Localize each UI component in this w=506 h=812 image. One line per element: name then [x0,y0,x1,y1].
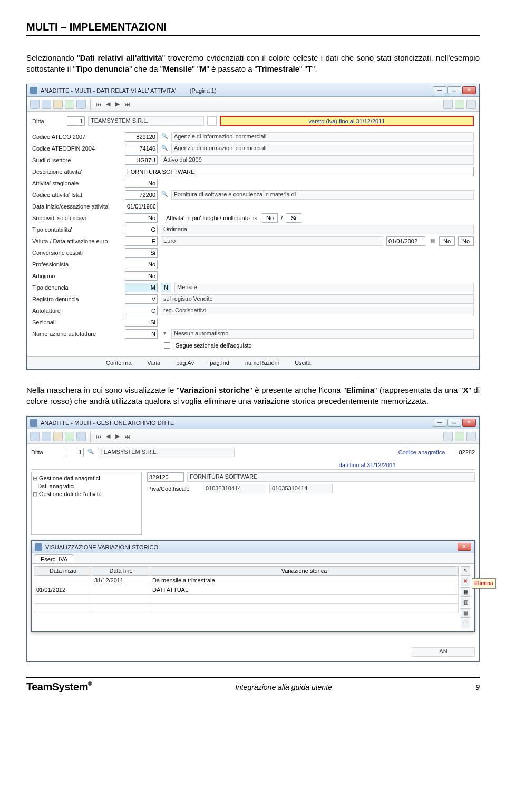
value-input[interactable] [125,260,158,269]
header-rule [26,35,480,36]
field-label: Registro denuncia [32,296,122,302]
delete-icon[interactable]: ✕ Elimina [461,577,470,586]
toolbar-icon[interactable] [30,432,40,441]
prev-icon[interactable]: ◀ [104,433,112,440]
last-icon[interactable]: ⏭ [123,433,131,440]
flag-input[interactable] [439,236,455,246]
dialog-title: VISUALIZZAZIONE VARIAZIONI STORICO [45,544,158,550]
value-input[interactable] [125,202,158,211]
value-input[interactable] [125,248,158,258]
next-icon[interactable]: ▶ [114,433,121,440]
value-input[interactable] [125,213,158,223]
minimize-button[interactable]: — [433,86,446,94]
side-icon[interactable]: ▤ [461,608,470,618]
value-input[interactable] [125,306,158,315]
toolbar-icon[interactable] [42,432,51,441]
table-row[interactable]: 31/12/2011Da mensile a trimestrale [34,576,459,585]
table-row[interactable] [34,604,459,613]
toolbar-icon[interactable] [466,100,476,109]
prov-value: AN [412,647,475,657]
field-label: Sezionali [32,319,122,325]
toolbar-icon[interactable] [65,432,74,441]
toolbar-icon[interactable] [42,100,51,109]
ditta-input[interactable] [67,116,85,126]
value-input[interactable] [125,271,158,281]
lookup-icon[interactable]: 🔍 [161,191,168,199]
lookup-icon[interactable]: 🔍 [87,449,94,456]
action-varia[interactable]: Varia [147,360,160,366]
action-uscita[interactable]: Uscita [295,360,311,366]
next-icon[interactable]: ▶ [114,101,121,108]
calendar-icon[interactable]: ▦ [429,237,436,245]
value-input[interactable] [125,294,158,304]
toolbar-icon[interactable] [30,100,40,109]
action-conferma[interactable]: Conferma [106,360,131,366]
app-icon [30,87,37,94]
prev-icon[interactable]: ◀ [104,101,112,108]
action-numerazioni[interactable]: numeRazioni [245,360,279,366]
flag-input[interactable] [458,236,474,246]
tree-item[interactable]: Dati anagrafici [33,482,140,490]
field-label: Tipo denuncia [32,284,122,291]
value-input[interactable] [125,155,158,165]
tree-item[interactable]: Gestione dati anagrafici [33,474,140,482]
close-button[interactable]: ✕ [462,86,476,94]
lookup-icon[interactable]: 🔍 [161,145,168,152]
minimize-button[interactable]: — [433,419,446,427]
flag-input[interactable] [286,213,301,223]
first-icon[interactable]: ⏮ [95,433,102,440]
maximize-button[interactable]: ▭ [447,86,461,94]
ditta-input[interactable] [66,448,84,457]
nav-tree[interactable]: Gestione dati anagraficiDati anagraficiG… [31,472,142,535]
description: Fornitura di software e consulenza in ma… [171,190,474,200]
side-icon[interactable]: ▥ [461,598,470,607]
text-input[interactable] [125,167,474,176]
toolbar-icon[interactable] [455,432,464,441]
help-icon[interactable] [76,100,86,109]
action-pag.av[interactable]: pag.Av [176,360,194,366]
toolbar-icon[interactable] [53,432,63,441]
value-input[interactable] [125,225,158,234]
table-row[interactable]: 01/01/2012DATI ATTUALI [34,585,459,595]
field-label: Codice attivita' Istat [32,192,122,198]
flag-input[interactable] [262,213,278,223]
close-button[interactable]: ✕ [458,543,471,551]
help-icon[interactable] [76,432,86,441]
last-icon[interactable]: ⏭ [123,101,131,108]
toolbar-icon[interactable] [466,432,476,441]
tree-item[interactable]: Gestione dati dell'attività [33,490,140,498]
table-row[interactable] [34,595,459,604]
side-icon[interactable]: ▦ [461,587,470,597]
codice-anagrafica-label: Codice anagrafica [398,449,445,455]
toolbar-icon[interactable] [65,100,74,109]
date-input[interactable] [386,236,425,246]
dropdown-icon[interactable]: ▾ [161,330,168,338]
value-input[interactable] [125,236,158,246]
first-icon[interactable]: ⏮ [95,101,102,108]
value-input[interactable] [125,144,158,153]
cursor-icon[interactable]: ↖ [461,566,470,576]
value-input[interactable] [125,190,158,200]
window-title: ANADITTE - MULTI - GESTIONE ARCHIVIO DIT… [41,420,174,426]
value2-input[interactable] [161,283,171,292]
toolbar-icon[interactable] [455,100,464,109]
toolbar-icon[interactable] [53,100,63,109]
value-input[interactable] [125,318,158,327]
toolbar-icon[interactable] [443,432,453,441]
value-input[interactable] [125,179,158,188]
page-indicator: (Pagina 1) [190,87,217,94]
side-icon[interactable]: ⋯ [461,619,470,628]
toolbar-icon[interactable] [443,100,453,109]
action-pag.ind[interactable]: pag.Ind [210,360,229,366]
value-input[interactable] [125,132,158,142]
maximize-button[interactable]: ▭ [447,419,461,427]
field-label: Studi di settore [32,157,122,163]
field-label: Tipo contabilita' [32,226,122,233]
value-input[interactable] [125,329,158,339]
checkbox[interactable] [164,342,170,349]
tab-eserc-iva[interactable]: Eserc. IVA [35,554,73,563]
codice-input[interactable] [147,472,184,482]
lookup-icon[interactable]: 🔍 [161,133,168,141]
value-input[interactable] [125,283,158,292]
close-button[interactable]: ✕ [462,419,476,427]
